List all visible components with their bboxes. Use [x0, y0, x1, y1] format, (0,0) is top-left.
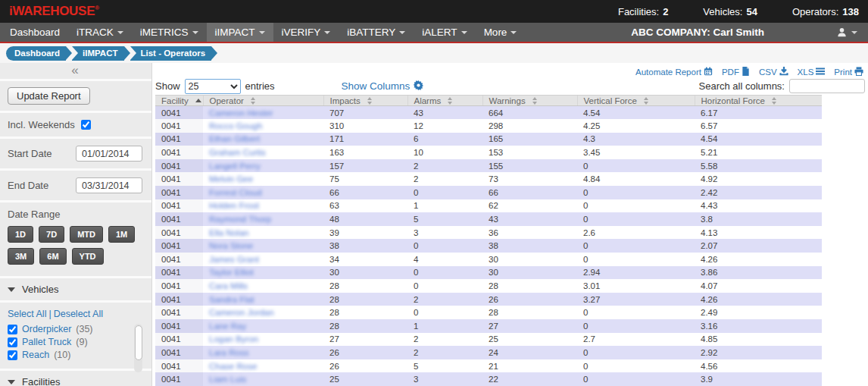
nav-ibattery[interactable]: iBATTERY [339, 23, 414, 42]
operator-link[interactable]: Lara Ross [203, 346, 323, 359]
operator-name-blurred[interactable]: Nora Stone [209, 241, 253, 250]
nav-dashboard[interactable]: Dashboard [2, 23, 68, 42]
operator-name-blurred[interactable]: Langell Perry [209, 162, 261, 171]
operator-link[interactable]: Rocco Gough [203, 119, 323, 133]
print-link[interactable]: Print [834, 67, 863, 77]
operator-name-blurred[interactable]: Logan Byron [209, 334, 258, 344]
column-header-vertical-force[interactable]: Vertical Force [577, 96, 695, 106]
range-mtd-button[interactable]: MTD [70, 226, 103, 243]
breadcrumb-list-operators[interactable]: List - Operators [130, 46, 212, 61]
operator-name-blurred[interactable]: Melvin Gee [209, 174, 253, 184]
operator-name-blurred[interactable]: Graham Curtis [209, 148, 266, 157]
operator-link[interactable]: Chase Rose [203, 359, 323, 373]
column-header-warnings[interactable]: Warnings [482, 96, 577, 106]
operator-name-blurred[interactable]: Cameron Hester [209, 108, 273, 118]
operator-link[interactable]: Holden Frost [203, 199, 323, 213]
pallet-truck-checkbox[interactable] [8, 337, 17, 347]
column-header-alarms[interactable]: Alarms [407, 96, 482, 106]
nav-more[interactable]: More [476, 23, 526, 42]
operator-name-blurred[interactable]: Rocco Gough [209, 121, 262, 130]
operator-name-blurred[interactable]: Taylor Elliot [209, 268, 254, 277]
nav-iverify[interactable]: iVERIFY [273, 23, 339, 42]
operator-link[interactable]: Cara Mills [203, 279, 323, 293]
range-1m-button[interactable]: 1M [108, 226, 135, 243]
operator-link[interactable]: Nora Stone [203, 239, 323, 253]
vehicle-label[interactable]: Orderpicker [22, 324, 71, 334]
range-7d-button[interactable]: 7D [39, 226, 64, 243]
breadcrumb-dashboard[interactable]: Dashboard [6, 46, 66, 61]
operator-link[interactable]: Ella Nolan [203, 226, 323, 240]
warnings-cell: 30 [482, 253, 577, 266]
vehicle-label[interactable]: Pallet Truck [22, 337, 71, 347]
breadcrumb-iimpact[interactable]: iIMPACT [72, 46, 123, 61]
search-label: Search all columns: [699, 80, 785, 92]
incl-weekends-checkbox[interactable] [81, 120, 91, 130]
column-header-impacts[interactable]: Impacts [323, 96, 407, 106]
operator-link[interactable]: Lane Ray [203, 319, 323, 333]
operator-name-blurred[interactable]: Sandra Flat [209, 295, 254, 304]
operator-link[interactable]: Sandra Flat [203, 293, 323, 306]
column-header-horizontal-force[interactable]: Horizontal Force [695, 96, 822, 106]
range-1d-button[interactable]: 1D [8, 226, 33, 243]
operator-link[interactable]: Forrest Cloud [203, 186, 323, 199]
operator-link[interactable]: Graham Curtis [203, 146, 323, 159]
export-xls-link[interactable]: XLS [798, 67, 826, 77]
operator-link[interactable]: Raymond Thorp [203, 212, 323, 226]
update-report-button[interactable]: Update Report [8, 87, 90, 105]
operator-name-blurred[interactable]: Cara Mills [209, 281, 248, 290]
end-date-input[interactable] [76, 177, 142, 193]
export-csv-link[interactable]: CSV [759, 67, 788, 77]
operator-name-blurred[interactable]: Raymond Thorp [209, 215, 271, 224]
facility-cell: 0041 [155, 319, 203, 333]
nav-ialert[interactable]: iALERT [414, 23, 475, 42]
user-menu[interactable] [836, 23, 857, 42]
start-date-input[interactable] [76, 146, 142, 162]
operator-link[interactable]: Cameron Jordan [203, 306, 323, 319]
operator-name-blurred[interactable]: Lane Ray [209, 322, 246, 331]
export-pdf-link[interactable]: PDF [722, 67, 750, 77]
operator-name-blurred[interactable]: Forrest Cloud [209, 188, 262, 197]
operator-name-blurred[interactable]: Liam Luis [209, 375, 246, 384]
nav-imetrics[interactable]: iMETRICS [132, 23, 207, 42]
operator-name-blurred[interactable]: Ethan Gilbert [209, 134, 260, 143]
alarms-cell: 0 [407, 279, 482, 293]
column-header-facility[interactable]: Facility [155, 96, 203, 106]
facilities-section-header[interactable]: Facilities [0, 371, 151, 386]
operator-link[interactable]: Ethan Gilbert [203, 133, 323, 146]
operator-link[interactable]: James Grant [203, 253, 323, 266]
vehicle-label[interactable]: Reach [22, 350, 49, 360]
nav-itrack[interactable]: iTRACK [68, 23, 132, 42]
show-columns-link[interactable]: Show Columns [342, 80, 424, 93]
operator-name-blurred[interactable]: Lara Ross [209, 348, 248, 357]
operator-link[interactable]: Melvin Gee [203, 172, 323, 186]
vehicles-scrollbar-thumb[interactable] [135, 325, 142, 360]
entries-select[interactable]: 25 [185, 79, 241, 94]
vehicles-section-header[interactable]: Vehicles [0, 278, 151, 300]
impacts-cell: 34 [323, 253, 407, 266]
operator-link[interactable]: Cameron Hester [203, 106, 323, 120]
operator-name-blurred[interactable]: Chase Rose [209, 362, 257, 371]
orderpicker-checkbox[interactable] [8, 325, 17, 334]
vehicles-select-all-link[interactable]: Select All [8, 309, 46, 319]
operator-link[interactable]: Taylor Elliot [203, 266, 323, 280]
operator-name-blurred[interactable]: Holden Frost [209, 201, 259, 210]
operator-name-blurred[interactable]: James Grant [209, 255, 259, 264]
operator-name-blurred[interactable]: Cameron Jordan [209, 308, 274, 317]
operator-link[interactable]: Logan Byron [203, 333, 323, 347]
sort-icon [251, 97, 255, 105]
column-header-operator[interactable]: Operator [203, 96, 323, 106]
operator-link[interactable]: Langell Perry [203, 159, 323, 173]
operator-name-blurred[interactable]: Ella Nolan [209, 228, 248, 237]
vehicles-deselect-all-link[interactable]: Deselect All [54, 309, 103, 319]
search-input[interactable] [789, 79, 865, 93]
range-ytd-button[interactable]: YTD [72, 248, 104, 265]
range-3m-button[interactable]: 3M [8, 248, 34, 265]
range-6m-button[interactable]: 6M [39, 248, 66, 265]
sidebar-collapse-icon[interactable]: « [0, 63, 151, 79]
reach-checkbox[interactable] [8, 350, 17, 360]
nav-iimpact[interactable]: iIMPACT [207, 23, 273, 42]
facility-cell: 0041 [155, 119, 203, 133]
automate-report-link[interactable]: Automate Report [635, 67, 713, 77]
operator-link[interactable]: Liam Luis [203, 372, 323, 386]
impacts-cell: 28 [323, 306, 407, 319]
